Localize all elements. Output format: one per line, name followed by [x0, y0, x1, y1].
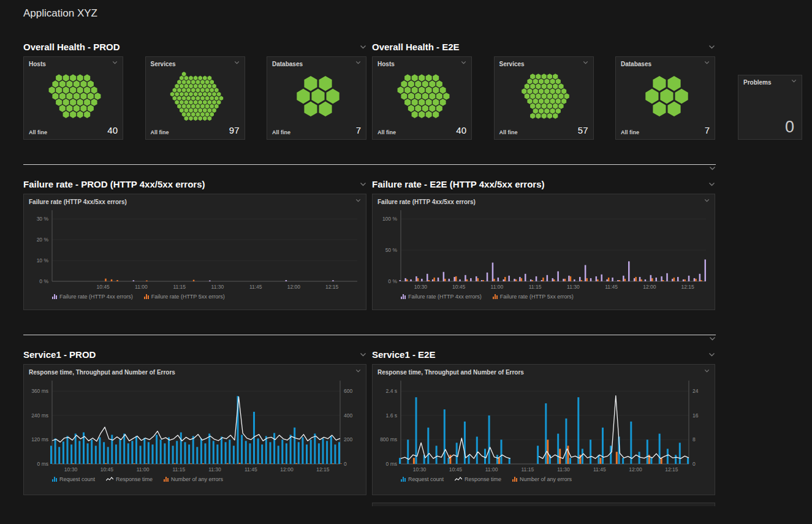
chevron-down-icon[interactable]	[583, 61, 588, 64]
svg-text:11:15: 11:15	[529, 284, 542, 290]
legend-label: Failure rate (HTTP 5xx errors)	[500, 294, 574, 300]
honeycomb-services	[151, 67, 240, 125]
entity-count: 40	[456, 125, 466, 135]
legend-item-errors[interactable]: Number of any errors	[512, 476, 572, 482]
svg-text:11:45: 11:45	[249, 284, 262, 290]
chart-title: Response time, Throughput and Number of …	[29, 369, 175, 376]
bar-chart-icon	[52, 477, 57, 482]
svg-text:24: 24	[692, 388, 699, 394]
problems-count: 0	[743, 119, 797, 135]
svg-text:12:00: 12:00	[643, 284, 656, 290]
svg-text:120 ms: 120 ms	[31, 436, 48, 442]
section-header: Service1 - PROD	[23, 348, 366, 360]
legend-label: Failure rate (HTTP 4xx errors)	[408, 294, 482, 300]
chart-title: Failure rate (HTTP 4xx/5xx errors)	[29, 199, 127, 205]
legend-item-request-count[interactable]: Request count	[52, 476, 95, 482]
svg-text:2.4 s: 2.4 s	[386, 388, 397, 394]
health-tile-databases-e2e[interactable]: Databases All fine 7	[615, 56, 715, 140]
health-tile-hosts-prod[interactable]: Hosts All fine 40	[23, 56, 123, 140]
legend-item-5xx[interactable]: Failure rate (HTTP 5xx errors)	[493, 294, 574, 300]
section-title: Failure rate - E2E (HTTP 4xx/5xx errors)	[372, 179, 545, 189]
legend-item-4xx[interactable]: Failure rate (HTTP 4xx errors)	[401, 294, 482, 300]
status-text: All fine	[621, 129, 639, 135]
chevron-down-icon[interactable]	[791, 79, 797, 83]
section-header: Failure rate - PROD (HTTP 4xx/5xx errors…	[23, 178, 366, 190]
bar-chart-icon	[493, 294, 498, 299]
service-chart-prod[interactable]: 0 ms120 ms240 ms360 ms020040060010:3010:…	[24, 377, 366, 475]
chart-tile-failure-e2e[interactable]: Failure rate (HTTP 4xx/5xx errors) 0 %50…	[372, 194, 715, 310]
chevron-down-icon[interactable]	[360, 45, 366, 49]
chevron-down-icon[interactable]	[708, 352, 715, 357]
svg-text:11:30: 11:30	[567, 284, 580, 290]
health-tiles: Hosts All fine 40 Services	[372, 56, 715, 140]
page-title: Application XYZ	[23, 7, 803, 20]
failure-rate-chart-e2e[interactable]: 0 %50 %100 %10:3010:4511:0011:1511:3011:…	[373, 207, 715, 292]
svg-text:11:00: 11:00	[485, 466, 498, 473]
svg-text:12:00: 12:00	[629, 466, 642, 473]
honeycomb-hosts	[378, 67, 466, 125]
chevron-down-icon[interactable]	[23, 336, 716, 341]
legend-item-response-time[interactable]: Response time	[455, 476, 501, 482]
chevron-down-icon[interactable]	[355, 369, 361, 373]
chart-tile-failure-prod[interactable]: Failure rate (HTTP 4xx/5xx errors) 0 %10…	[23, 194, 366, 310]
chevron-down-icon[interactable]	[355, 61, 361, 64]
svg-text:10:45: 10:45	[449, 466, 463, 473]
svg-text:8: 8	[692, 436, 696, 442]
chevron-down-icon[interactable]	[360, 352, 366, 357]
legend-item-response-time[interactable]: Response time	[106, 476, 153, 482]
tile-title: Databases	[621, 61, 651, 67]
section-divider	[23, 164, 716, 170]
chevron-down-icon[interactable]	[461, 61, 466, 64]
chevron-down-icon[interactable]	[23, 166, 716, 170]
tile-title: Problems	[743, 79, 772, 86]
legend-item-request-count[interactable]: Request count	[401, 476, 444, 482]
bar-chart-icon	[401, 294, 406, 299]
section-title: Overall Health - E2E	[372, 42, 460, 52]
svg-text:360 ms: 360 ms	[31, 388, 48, 394]
chevron-down-icon[interactable]	[112, 61, 118, 64]
chevron-down-icon[interactable]	[708, 182, 715, 186]
svg-text:11:00: 11:00	[135, 284, 148, 290]
tile-title: Hosts	[378, 61, 395, 67]
section-title: Failure rate - PROD (HTTP 4xx/5xx errors…	[23, 179, 205, 189]
divider-line	[23, 335, 716, 335]
svg-text:11:00: 11:00	[137, 466, 150, 473]
service-chart-e2e[interactable]: 0 ms800 ms1.6 s2.4 s08162410:3010:4511:0…	[373, 377, 715, 475]
status-text: All fine	[29, 129, 47, 135]
legend-item-4xx[interactable]: Failure rate (HTTP 4xx errors)	[52, 294, 133, 300]
health-row: Overall Health - PROD Hosts All fine 40	[23, 40, 803, 140]
entity-count: 97	[229, 125, 240, 135]
section-failure-rate-prod: Failure rate - PROD (HTTP 4xx/5xx errors…	[23, 178, 366, 310]
chevron-down-icon[interactable]	[234, 61, 240, 64]
entity-count: 57	[578, 125, 588, 135]
honeycomb-databases	[272, 67, 361, 125]
partial-tile-edge	[372, 503, 715, 506]
section-divider	[23, 335, 716, 341]
honeycomb-databases	[621, 67, 710, 125]
legend-item-5xx[interactable]: Failure rate (HTTP 5xx errors)	[144, 294, 225, 300]
chevron-down-icon[interactable]	[708, 45, 715, 49]
chart-tile-service-e2e[interactable]: Response time, Throughput and Number of …	[372, 364, 715, 495]
chevron-down-icon[interactable]	[704, 199, 710, 202]
svg-text:0 %: 0 %	[388, 278, 397, 284]
svg-text:0: 0	[692, 461, 696, 467]
health-tile-databases-prod[interactable]: Databases All fine 7	[267, 56, 366, 140]
problems-tile[interactable]: Problems 0	[738, 75, 802, 140]
health-tile-services-e2e[interactable]: Services All fine 57	[494, 56, 594, 140]
chevron-down-icon[interactable]	[704, 61, 710, 64]
legend-item-errors[interactable]: Number of any errors	[164, 476, 223, 482]
health-tile-services-prod[interactable]: Services All fine 97	[145, 56, 245, 140]
chart-legend: Request count Response time Number of an…	[24, 475, 366, 482]
chevron-down-icon[interactable]	[355, 199, 361, 202]
chevron-down-icon[interactable]	[704, 369, 710, 373]
svg-text:800 ms: 800 ms	[380, 436, 397, 442]
legend-label: Request count	[59, 476, 95, 482]
health-tile-hosts-e2e[interactable]: Hosts All fine 40	[372, 56, 472, 140]
svg-text:11:30: 11:30	[211, 284, 224, 290]
service-row: Service1 - PROD Response time, Throughpu…	[23, 348, 803, 495]
chevron-down-icon[interactable]	[360, 182, 366, 186]
svg-text:11:15: 11:15	[173, 284, 186, 290]
chart-tile-service-prod[interactable]: Response time, Throughput and Number of …	[23, 364, 366, 495]
failure-rate-chart-prod[interactable]: 0 %10 %20 %30 %10:4511:0011:1511:3011:45…	[24, 207, 366, 292]
chart-title: Failure rate (HTTP 4xx/5xx errors)	[378, 199, 476, 205]
